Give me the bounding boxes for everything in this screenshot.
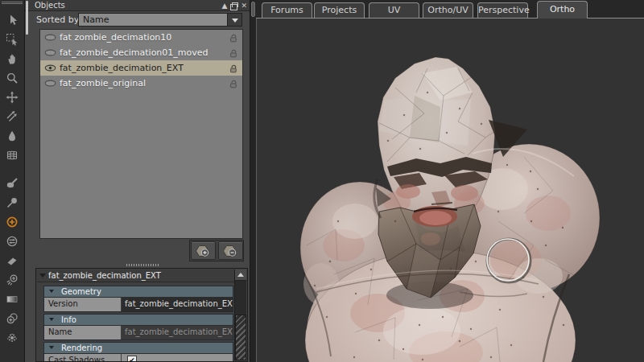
- lattice-icon[interactable]: [0, 146, 24, 165]
- group-rendering: Rendering Cast Shadows ✔: [43, 342, 233, 362]
- property-row: Cast Shadows ✔: [44, 353, 233, 362]
- group-rendering-header[interactable]: Rendering: [44, 343, 233, 353]
- version-field[interactable]: fat_zombie_decimation_EXT.C: [122, 298, 233, 311]
- sorted-by-label: Sorted by: [36, 14, 79, 25]
- sort-row: Sorted by Name: [25, 12, 250, 28]
- tab-uv[interactable]: UV: [369, 2, 419, 18]
- viewport-area: Forums Projects UV Ortho/UV Perspective …: [256, 0, 644, 362]
- properties-header[interactable]: fat_zombie_decimation_EXT: [37, 269, 234, 282]
- property-label: Cast Shadows: [44, 354, 121, 362]
- properties-scrollbar[interactable]: [234, 269, 246, 360]
- collapse-triangle-icon: [39, 274, 46, 281]
- pan-hand-icon[interactable]: [0, 49, 24, 68]
- property-row: Version fat_zombie_decimation_EXT.C: [44, 297, 233, 311]
- eraser-icon[interactable]: [0, 251, 24, 270]
- gradient-icon[interactable]: [0, 290, 24, 309]
- collapse-triangle-icon: [49, 318, 54, 323]
- group-title: Geometry: [61, 287, 101, 296]
- sort-dropdown[interactable]: Name: [78, 13, 242, 27]
- eye-closed-icon[interactable]: [44, 49, 57, 56]
- property-row: Name fat_zombie_decimation_EXT: [44, 325, 233, 339]
- properties-panel: fat_zombie_decimation_EXT Geometry Versi…: [35, 268, 248, 362]
- group-info-header[interactable]: Info: [44, 315, 233, 325]
- list-item-selected[interactable]: fat_zombie_decimation_EXT: [40, 60, 242, 76]
- group-geometry: Geometry Version fat_zombie_decimation_E…: [43, 286, 233, 312]
- group-title: Info: [61, 315, 76, 324]
- tab-perspective[interactable]: Perspective: [477, 2, 528, 18]
- restore-window-icon[interactable]: [230, 4, 237, 10]
- move-icon[interactable]: [0, 88, 24, 107]
- 3d-viewport[interactable]: [256, 19, 644, 362]
- clone-icon[interactable]: [0, 309, 24, 328]
- unlock-icon[interactable]: [229, 33, 238, 43]
- scroll-up-button[interactable]: [235, 269, 246, 281]
- tab-forums[interactable]: Forums: [262, 2, 312, 18]
- unlock-icon[interactable]: [229, 64, 238, 73]
- list-item[interactable]: fat_zombie_decimation01_moved: [40, 45, 242, 60]
- pin-icon[interactable]: [0, 193, 24, 212]
- scrollbar-thumb[interactable]: [235, 315, 246, 360]
- group-geometry-header[interactable]: Geometry: [44, 286, 233, 297]
- modeling-app-window: Objects ▲ ✕ Sorted by Name fat zombie_de…: [0, 0, 644, 362]
- properties-content: Geometry Version fat_zombie_decimation_E…: [43, 286, 233, 362]
- zombie-model: [300, 57, 600, 362]
- slider-circle-icon[interactable]: [0, 232, 24, 251]
- object-name: fat zombie_decimation10: [60, 32, 171, 43]
- name-field[interactable]: fat_zombie_decimation_EXT: [122, 326, 233, 339]
- eye-closed-icon[interactable]: [44, 34, 57, 41]
- unlock-icon[interactable]: [229, 79, 238, 88]
- collapse-triangle-icon: [49, 290, 54, 295]
- panel-title: Objects: [35, 1, 65, 10]
- select-icon[interactable]: [0, 10, 24, 30]
- marquee-select-icon[interactable]: [0, 30, 24, 49]
- paint-stamp-icon[interactable]: [0, 174, 24, 193]
- unlock-icon[interactable]: [229, 48, 238, 58]
- sort-dropdown-value: Name: [83, 14, 109, 25]
- collapse-triangle-icon: [49, 346, 54, 352]
- object-name: fat_zombie_original: [60, 78, 146, 88]
- object-name: fat_zombie_decimation_EXT: [60, 63, 184, 73]
- airbrush-icon[interactable]: [0, 270, 24, 290]
- list-button-panel: [189, 240, 244, 261]
- collapse-icon[interactable]: ▲: [222, 1, 228, 10]
- panel-titlebar[interactable]: Objects ▲ ✕: [25, 0, 250, 11]
- objects-panel: Objects ▲ ✕ Sorted by Name fat zombie_de…: [25, 0, 250, 362]
- panel-splitter-handle[interactable]: [126, 264, 160, 266]
- droplet-icon[interactable]: [0, 126, 24, 146]
- close-icon[interactable]: ✕: [241, 1, 247, 10]
- group-title: Rendering: [61, 343, 102, 352]
- eye-closed-icon[interactable]: [44, 80, 57, 87]
- object-name: fat_zombie_decimation01_moved: [60, 47, 208, 58]
- cast-shadows-cell: ✔: [122, 354, 233, 362]
- tab-ortho[interactable]: Ortho: [537, 1, 588, 19]
- chevron-down-icon[interactable]: [227, 14, 242, 26]
- add-object-button[interactable]: [191, 241, 216, 260]
- cast-shadows-checkbox[interactable]: ✔: [127, 356, 137, 362]
- object-list: fat zombie_decimation10 fat_zombie_decim…: [39, 29, 243, 239]
- remove-object-button[interactable]: [218, 241, 243, 260]
- tab-projects[interactable]: Projects: [314, 2, 365, 18]
- spray-icon[interactable]: [0, 328, 24, 348]
- zoom-magnifier-icon[interactable]: [0, 68, 24, 88]
- eye-open-icon[interactable]: [44, 64, 57, 72]
- viewport-tabbar: Forums Projects UV Ortho/UV Perspective …: [256, 0, 644, 19]
- tab-ortho-uv[interactable]: Ortho/UV: [423, 2, 473, 18]
- property-label: Version: [44, 298, 121, 311]
- left-toolbar: [0, 0, 25, 362]
- transform-arrows-icon[interactable]: [0, 107, 24, 126]
- list-item[interactable]: fat zombie_decimation10: [40, 30, 242, 45]
- add-preset-icon[interactable]: [0, 212, 24, 232]
- list-item[interactable]: fat_zombie_original: [40, 76, 242, 91]
- properties-header-label: fat_zombie_decimation_EXT: [48, 271, 161, 280]
- splitter-grip[interactable]: [251, 2, 255, 17]
- property-label: Name: [44, 326, 121, 339]
- group-info: Info Name fat_zombie_decimation_EXT: [43, 314, 233, 340]
- toolbar-drag-handle[interactable]: [2, 2, 23, 8]
